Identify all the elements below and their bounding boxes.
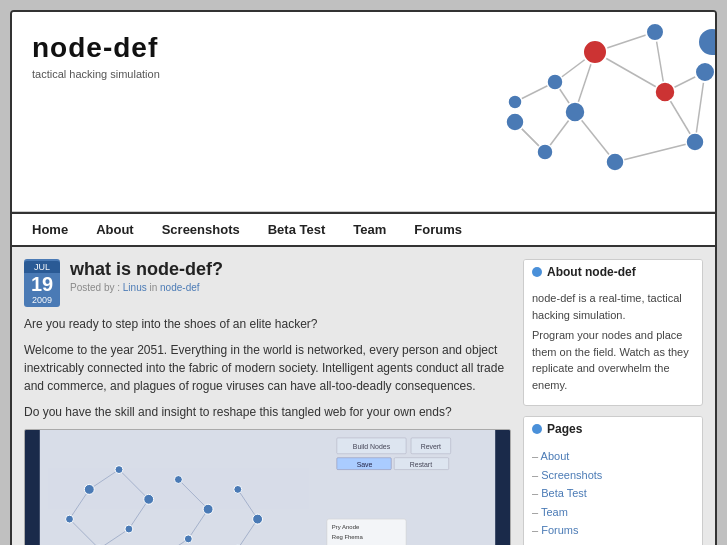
svg-point-46 xyxy=(115,466,123,474)
svg-point-48 xyxy=(125,525,133,533)
pages-list: About Screenshots Beta Test Team Forums xyxy=(532,447,694,540)
svg-point-52 xyxy=(203,504,213,514)
svg-point-24 xyxy=(506,113,524,131)
svg-text:Revert: Revert xyxy=(421,443,441,450)
widget-about-body: node-def is a real-time, tactical hackin… xyxy=(524,284,702,405)
widget-pages-dot-icon xyxy=(532,424,542,434)
screenshot-inner: Build Nodes Revert Save Restart Pry Anod… xyxy=(25,430,510,545)
svg-point-49 xyxy=(66,515,74,523)
page-wrapper: node-def tactical hacking simulation xyxy=(10,10,717,545)
site-title: node-def xyxy=(32,32,160,64)
header-graph xyxy=(235,12,715,212)
post-body: Are you ready to step into the shoes of … xyxy=(24,315,511,421)
widget-about-title: About node-def xyxy=(524,260,702,284)
pages-about-link[interactable]: About xyxy=(541,450,570,462)
widget-pages: Pages About Screenshots Beta Test Team F… xyxy=(523,416,703,545)
svg-rect-0 xyxy=(235,12,715,212)
header: node-def tactical hacking simulation xyxy=(12,12,715,212)
nav-team[interactable]: Team xyxy=(349,220,390,239)
post-paragraph-2: Welcome to the year 2051. Everything in … xyxy=(24,341,511,395)
svg-point-23 xyxy=(606,153,624,171)
pages-betatest-link[interactable]: Beta Test xyxy=(541,487,587,499)
svg-point-51 xyxy=(174,476,182,484)
nav-home[interactable]: Home xyxy=(28,220,72,239)
svg-point-47 xyxy=(144,494,154,504)
nav: Home About Screenshots Beta Test Team Fo… xyxy=(12,212,715,247)
post-title: what is node-def? xyxy=(70,259,223,280)
svg-text:Save: Save xyxy=(357,461,373,468)
post-header: Jul 19 2009 what is node-def? Posted by … xyxy=(24,259,511,307)
svg-point-56 xyxy=(253,514,263,524)
svg-text:Pry Anode: Pry Anode xyxy=(332,524,360,530)
post-meta: Posted by : Linus in node-def xyxy=(70,282,223,293)
sidebar: About node-def node-def is a real-time, … xyxy=(523,259,703,545)
date-year: 2009 xyxy=(24,295,60,305)
svg-text:Reg Fhema: Reg Fhema xyxy=(332,534,364,540)
post-title-area: what is node-def? Posted by : Linus in n… xyxy=(70,259,223,293)
svg-rect-73 xyxy=(327,519,406,545)
list-item: Team xyxy=(532,503,694,522)
game-screenshot: Build Nodes Revert Save Restart Pry Anod… xyxy=(24,429,511,545)
svg-point-26 xyxy=(508,95,522,109)
site-subtitle: tactical hacking simulation xyxy=(32,68,160,80)
list-item: Forums xyxy=(532,521,694,540)
svg-point-55 xyxy=(234,485,242,493)
svg-point-25 xyxy=(547,74,563,90)
svg-point-45 xyxy=(84,484,94,494)
pages-screenshots-link[interactable]: Screenshots xyxy=(541,469,602,481)
content-area: Jul 19 2009 what is node-def? Posted by … xyxy=(12,247,715,545)
pages-team-link[interactable]: Team xyxy=(541,506,568,518)
svg-point-17 xyxy=(655,82,675,102)
svg-point-53 xyxy=(184,535,192,543)
date-day: 19 xyxy=(24,273,60,295)
list-item: Screenshots xyxy=(532,466,694,485)
svg-point-19 xyxy=(695,62,715,82)
svg-point-18 xyxy=(646,23,664,41)
screenshot-svg: Build Nodes Revert Save Restart Pry Anod… xyxy=(25,430,510,545)
nav-screenshots[interactable]: Screenshots xyxy=(158,220,244,239)
list-item: Beta Test xyxy=(532,484,694,503)
widget-pages-body: About Screenshots Beta Test Team Forums xyxy=(524,441,702,545)
post-author-link[interactable]: Linus xyxy=(123,282,147,293)
svg-point-16 xyxy=(583,40,607,64)
widget-about-dot-icon xyxy=(532,267,542,277)
widget-about: About node-def node-def is a real-time, … xyxy=(523,259,703,406)
nav-beta-test[interactable]: Beta Test xyxy=(264,220,330,239)
header-text: node-def tactical hacking simulation xyxy=(32,32,160,80)
svg-point-22 xyxy=(537,144,553,160)
svg-point-20 xyxy=(686,133,704,151)
date-box: Jul 19 2009 xyxy=(24,259,60,307)
widget-pages-title: Pages xyxy=(524,417,702,441)
main-content: Jul 19 2009 what is node-def? Posted by … xyxy=(24,259,511,545)
post-paragraph-1: Are you ready to step into the shoes of … xyxy=(24,315,511,333)
list-item: About xyxy=(532,447,694,466)
post-paragraph-3: Do you have the skill and insight to res… xyxy=(24,403,511,421)
svg-text:Restart: Restart xyxy=(410,461,432,468)
svg-point-21 xyxy=(565,102,585,122)
nav-about[interactable]: About xyxy=(92,220,138,239)
post-category-link[interactable]: node-def xyxy=(160,282,199,293)
svg-text:Build Nodes: Build Nodes xyxy=(353,443,391,450)
date-month: Jul xyxy=(24,261,60,273)
pages-forums-link[interactable]: Forums xyxy=(541,524,578,536)
nav-forums[interactable]: Forums xyxy=(410,220,466,239)
